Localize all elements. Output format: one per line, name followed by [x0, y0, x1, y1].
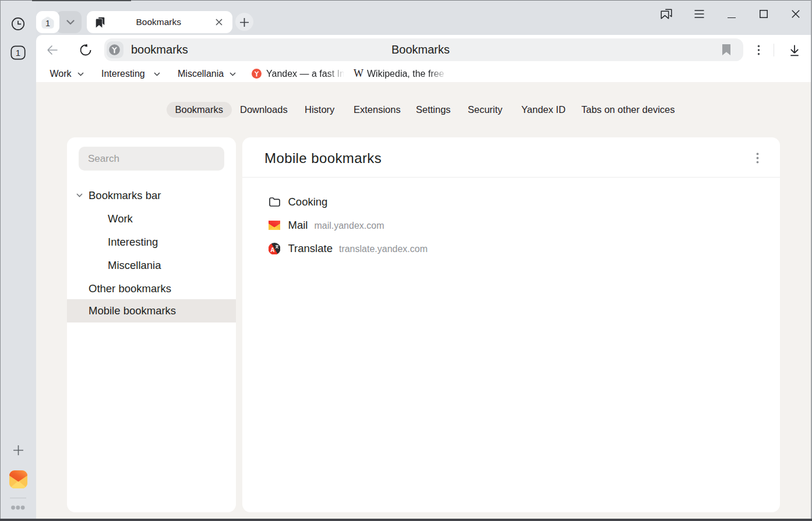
svg-text:1: 1: [16, 48, 20, 58]
svg-text:A: A: [270, 246, 274, 253]
svg-text:1: 1: [45, 19, 50, 28]
